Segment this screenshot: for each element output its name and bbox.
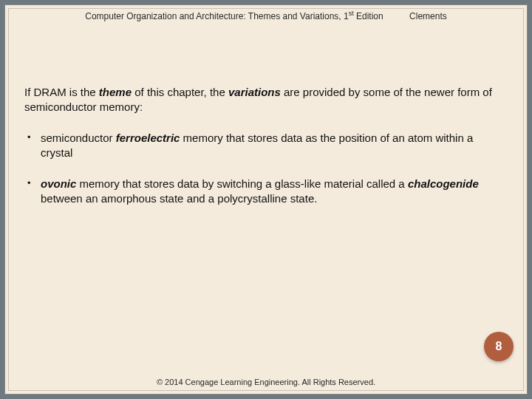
book-title-super: st <box>349 10 354 17</box>
page-number-badge: 8 <box>484 332 514 361</box>
page-number: 8 <box>496 340 502 353</box>
bullet1-keyword: ferroelectric <box>116 132 180 144</box>
slide-body: If DRAM is the theme of this chapter, th… <box>24 85 508 222</box>
intro-keyword-variations: variations <box>228 86 281 98</box>
intro-text-1: If DRAM is the <box>24 86 99 98</box>
slide: Computer Organization and Architecture: … <box>0 0 532 399</box>
list-item: semiconductor ferroelectric memory that … <box>24 131 508 160</box>
bullet2-keyword-2: chalcogenide <box>408 177 479 190</box>
bullet-list: semiconductor ferroelectric memory that … <box>24 131 508 206</box>
bullet2-text-2: between an amorphous state and a polycry… <box>41 192 317 205</box>
intro-keyword-theme: theme <box>99 86 132 98</box>
slide-header: Computer Organization and Architecture: … <box>5 10 527 21</box>
book-title-prefix: Computer Organization and Architecture: … <box>85 11 348 21</box>
slide-frame: Computer Organization and Architecture: … <box>4 4 528 395</box>
bullet2-keyword-1: ovonic <box>41 177 76 190</box>
intro-text-2: of this chapter, the <box>132 86 228 98</box>
author-name: Clements <box>409 11 447 21</box>
book-title-suffix: Edition <box>354 11 383 21</box>
list-item: ovonic memory that stores data by switch… <box>24 177 508 206</box>
bullet2-text-1: memory that stores data by switching a g… <box>76 177 408 190</box>
copyright-line: © 2014 Cengage Learning Engineering. All… <box>5 378 527 386</box>
bullet1-text-1: semiconductor <box>41 132 116 144</box>
intro-paragraph: If DRAM is the theme of this chapter, th… <box>24 85 508 115</box>
